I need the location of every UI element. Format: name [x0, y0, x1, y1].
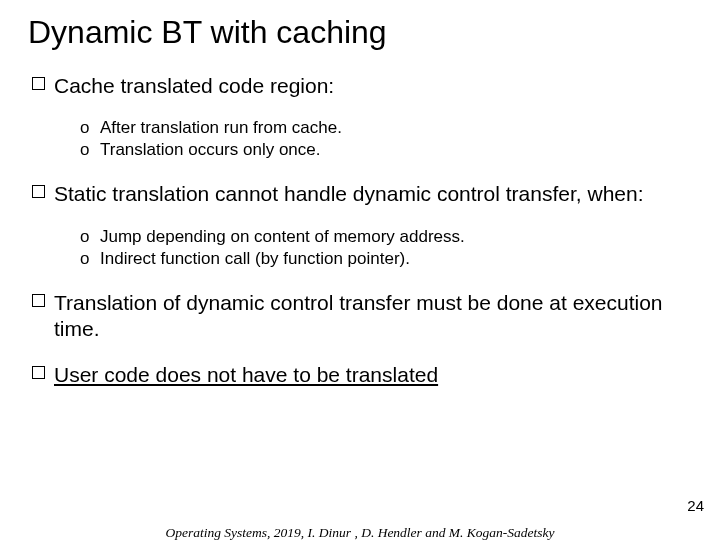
- sub-item: o Indirect function call (by function po…: [80, 248, 692, 270]
- bullet-list: Cache translated code region:: [28, 73, 692, 99]
- square-bullet-icon: [32, 185, 45, 198]
- slide-title: Dynamic BT with caching: [28, 14, 692, 51]
- sub-item: o Translation occurs only once.: [80, 139, 692, 161]
- bullet-item: Static translation cannot handle dynamic…: [32, 181, 692, 207]
- bullet-text: User code does not have to be translated: [54, 363, 438, 386]
- sub-list: o After translation run from cache. o Tr…: [28, 117, 692, 161]
- bullet-block-3: User code does not have to be translated: [28, 362, 692, 388]
- circle-bullet-icon: o: [80, 117, 89, 139]
- footer-text: Operating Systems, 2019, I. Dinur , D. H…: [0, 525, 720, 540]
- square-bullet-icon: [32, 294, 45, 307]
- circle-bullet-icon: o: [80, 226, 89, 248]
- sub-text: After translation run from cache.: [100, 118, 342, 137]
- bullet-item: Cache translated code region:: [32, 73, 692, 99]
- page-number: 24: [687, 497, 704, 514]
- bullet-item: User code does not have to be translated: [32, 362, 692, 388]
- bullet-item: Translation of dynamic control transfer …: [32, 290, 692, 343]
- bullet-list: Static translation cannot handle dynamic…: [28, 181, 692, 207]
- bullet-list: User code does not have to be translated: [28, 362, 692, 388]
- bullet-block-0: Cache translated code region: o After tr…: [28, 73, 692, 161]
- sub-list: o Jump depending on content of memory ad…: [28, 226, 692, 270]
- circle-bullet-icon: o: [80, 139, 89, 161]
- sub-text: Indirect function call (by function poin…: [100, 249, 410, 268]
- sub-item: o Jump depending on content of memory ad…: [80, 226, 692, 248]
- bullet-text: Cache translated code region:: [54, 74, 334, 97]
- bullet-block-2: Translation of dynamic control transfer …: [28, 290, 692, 343]
- bullet-list: Translation of dynamic control transfer …: [28, 290, 692, 343]
- slide: Dynamic BT with caching Cache translated…: [0, 0, 720, 540]
- bullet-block-1: Static translation cannot handle dynamic…: [28, 181, 692, 269]
- sub-text: Translation occurs only once.: [100, 140, 320, 159]
- square-bullet-icon: [32, 366, 45, 379]
- bullet-text: Translation of dynamic control transfer …: [54, 291, 663, 340]
- bullet-text: Static translation cannot handle dynamic…: [54, 182, 644, 205]
- square-bullet-icon: [32, 77, 45, 90]
- circle-bullet-icon: o: [80, 248, 89, 270]
- sub-text: Jump depending on content of memory addr…: [100, 227, 465, 246]
- sub-item: o After translation run from cache.: [80, 117, 692, 139]
